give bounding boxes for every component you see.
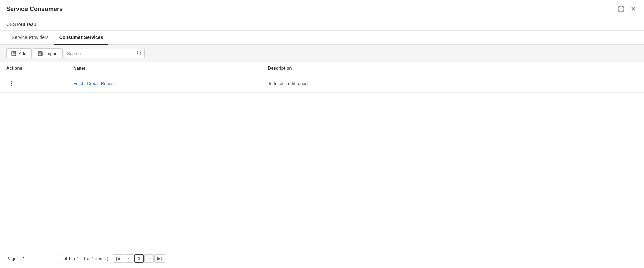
page-input[interactable] [20, 254, 60, 263]
maximize-button[interactable] [616, 5, 625, 13]
search-input[interactable] [67, 51, 137, 56]
col-header-actions: Actions [0, 62, 67, 74]
header-controls: ✕ [616, 5, 638, 13]
first-page-button[interactable]: |◀ [113, 254, 123, 263]
close-icon: ✕ [631, 6, 636, 12]
import-icon [38, 51, 43, 56]
col-header-description: Description [262, 62, 644, 74]
breadcrumb-text: CBSToBureau [6, 21, 36, 27]
service-name-link[interactable]: Fetch_Credit_Report [73, 81, 114, 86]
table-body: ⋮ Fetch_Credit_Report To fetch credit re… [0, 74, 644, 93]
col-header-name: Name [67, 62, 262, 74]
table-row: ⋮ Fetch_Credit_Report To fetch credit re… [0, 74, 644, 93]
close-button[interactable]: ✕ [629, 5, 638, 13]
pagination-controls: |◀ ‹ 1 › ▶| [113, 254, 165, 263]
page-info: ( 1 - 1 of 1 items ) [74, 256, 108, 261]
breadcrumb: CBSToBureau [0, 18, 644, 31]
add-button[interactable]: Add [6, 48, 32, 58]
main-table: Actions Name Description ⋮ Fetch_Credit_… [0, 62, 644, 93]
table-header: Actions Name Description [0, 62, 644, 74]
maximize-svg-icon [618, 6, 624, 12]
action-cell: ⋮ [0, 74, 67, 93]
table-header-row: Actions Name Description [0, 62, 644, 74]
add-label: Add [19, 51, 26, 56]
name-cell: Fetch_Credit_Report [67, 74, 262, 93]
search-container[interactable] [64, 49, 145, 58]
header: Service Consumers ✕ [0, 0, 644, 18]
page-of-label: of 1 [63, 256, 71, 261]
svg-line-10 [140, 54, 141, 55]
window-title: Service Consumers [6, 6, 63, 13]
prev-page-icon: ‹ [128, 256, 129, 261]
prev-page-button[interactable]: ‹ [124, 254, 133, 263]
first-page-icon: |◀ [116, 256, 120, 261]
import-button[interactable]: Import [33, 48, 63, 58]
table-container: Actions Name Description ⋮ Fetch_Credit_… [0, 62, 644, 249]
tab-consumer-services[interactable]: Consumer Services [54, 31, 109, 45]
import-label: Import [45, 51, 58, 56]
tabs-bar: Service Providers Consumer Services [0, 31, 644, 45]
description-cell: To fetch credit report [262, 74, 644, 93]
action-menu-button[interactable]: ⋮ [6, 79, 17, 88]
tab-service-providers[interactable]: Service Providers [6, 31, 54, 45]
add-icon [11, 51, 17, 56]
main-window: Service Consumers ✕ CBSToBureau [0, 0, 644, 268]
search-icon [137, 50, 142, 56]
last-page-button[interactable]: ▶| [154, 254, 165, 263]
page-label: Page [6, 256, 16, 261]
current-page-button[interactable]: 1 [134, 254, 144, 263]
next-page-icon: › [148, 256, 150, 261]
last-page-icon: ▶| [157, 256, 162, 261]
toolbar: Add Import [0, 45, 644, 62]
pagination-bar: Page of 1 ( 1 - 1 of 1 items ) |◀ ‹ 1 › … [0, 249, 644, 268]
next-page-button[interactable]: › [144, 254, 154, 263]
maximize-icon [618, 6, 624, 12]
